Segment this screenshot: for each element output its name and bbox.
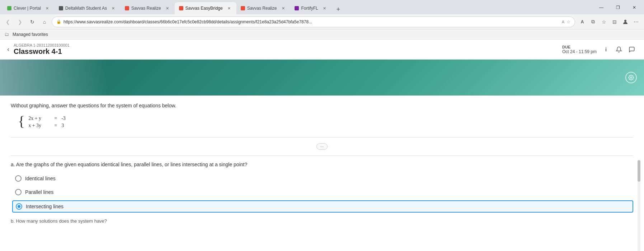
tab-close-deltamath[interactable]: ✕: [111, 5, 116, 11]
managed-favorites-bookmark[interactable]: Managed favorites: [10, 31, 50, 38]
tab-close-fortifyfl[interactable]: ✕: [322, 5, 328, 11]
tab-label-fortifyfl: FortifyFL: [301, 6, 318, 11]
class-id: ALGEBRA 1-283112003100001: [14, 43, 562, 47]
bookmark-label: Managed favorites: [13, 32, 48, 37]
tab-label-clever: Clever | Portal: [14, 6, 41, 11]
tab-bar: Clever | Portal ✕ DeltaMath Student As ✕…: [0, 0, 644, 14]
tab-icon-easybridge: [179, 6, 183, 10]
star-icon[interactable]: ☆: [567, 19, 570, 24]
part-a-question: Are the graphs of the given equations id…: [16, 162, 247, 167]
lock-icon: 🔒: [56, 19, 61, 24]
close-button[interactable]: ✕: [626, 2, 643, 13]
address-text: https://www.savvasrealize.com/dashboard/…: [64, 19, 560, 24]
option-identical-label: Identical lines: [25, 176, 56, 181]
address-bar[interactable]: 🔒 https://www.savvasrealize.com/dashboar…: [52, 17, 575, 27]
scrollbar[interactable]: [638, 160, 640, 251]
part-a-text: a. Are the graphs of the given equations…: [11, 162, 633, 167]
info-icon-button[interactable]: i: [601, 45, 611, 55]
tab-close-easybridge[interactable]: ✕: [226, 5, 232, 11]
question-intro: Without graphing, answer the questions f…: [11, 103, 633, 108]
option-identical[interactable]: Identical lines: [12, 173, 633, 184]
eq1-lhs: 2x + y: [28, 116, 50, 121]
tab-icon-fortifyfl: [295, 6, 299, 10]
tab-label-deltamath: DeltaMath Student As: [65, 6, 107, 11]
eq1-sign: =: [52, 116, 59, 121]
more-options-button[interactable]: ⋯: [631, 17, 641, 27]
browser-window: Clever | Portal ✕ DeltaMath Student As ✕…: [0, 0, 644, 251]
tab-deltamath[interactable]: DeltaMath Student As ✕: [55, 2, 121, 14]
radio-identical[interactable]: [15, 175, 22, 182]
option-intersecting[interactable]: Intersecting lines: [12, 200, 633, 213]
option-parallel[interactable]: Parallel lines: [12, 187, 633, 197]
page-content: ‹ ALGEBRA 1-283112003100001 Classwork 4-…: [0, 39, 644, 251]
tab-label-easybridge: Savvas EasyBridge: [185, 6, 223, 11]
svg-point-1: [630, 77, 632, 78]
tab-close-savvas2[interactable]: ✕: [280, 5, 286, 11]
main-content: Without graphing, answer the questions f…: [0, 96, 644, 231]
equation-box: { 2x + y = -3 x + 3y = 3: [18, 114, 633, 129]
due-section: DUE Oct 24 - 11:59 pm i: [562, 45, 637, 55]
due-date: Oct 24 - 11:59 pm: [562, 49, 597, 54]
tab-icon-deltamath: [59, 6, 63, 10]
assignment-back-button[interactable]: ‹: [7, 46, 9, 53]
equations: 2x + y = -3 x + 3y = 3: [28, 114, 72, 129]
brace-symbol: {: [18, 114, 25, 129]
part-b-label: b. How many solutions does the system ha…: [11, 218, 107, 224]
tab-icon-savvas2: [241, 6, 245, 10]
tab-clever[interactable]: Clever | Portal ✕: [3, 2, 55, 14]
tab-savvas2[interactable]: Savvas Realize ✕: [236, 2, 291, 14]
forward-button[interactable]: ❯: [15, 17, 25, 27]
tab-label-savvas1: Savvas Realize: [131, 6, 161, 11]
split-screen-button[interactable]: ⊟: [610, 17, 620, 27]
content-wrapper: Without graphing, answer the questions f…: [0, 96, 644, 251]
due-label: DUE: [562, 45, 597, 49]
tab-close-savvas1[interactable]: ✕: [165, 5, 170, 11]
add-tab-button[interactable]: +: [333, 4, 343, 14]
hero-area: [0, 60, 644, 96]
equation-row-2: x + 3y = 3: [28, 123, 72, 129]
radio-group: Identical lines Parallel lines Intersect…: [12, 173, 633, 213]
radio-intersecting[interactable]: [16, 203, 22, 210]
back-button[interactable]: ❮: [3, 17, 13, 27]
tab-close-clever[interactable]: ✕: [44, 5, 50, 11]
part-b-hint: b. How many solutions does the system ha…: [11, 218, 633, 224]
svg-point-0: [624, 20, 626, 22]
tab-savvas-easybridge[interactable]: Savvas EasyBridge ✕: [175, 2, 236, 14]
tab-fortifyfl[interactable]: FortifyFL ✕: [290, 2, 332, 14]
notification-icon-button[interactable]: [614, 45, 624, 55]
home-button[interactable]: ⌂: [39, 17, 50, 27]
action-icons: i: [601, 45, 637, 55]
favorites-button[interactable]: ☆: [599, 17, 609, 27]
reading-view-button[interactable]: A: [577, 17, 587, 27]
part-a-label: a.: [11, 162, 15, 167]
extensions-button[interactable]: ⧉: [588, 17, 598, 27]
option-intersecting-label: Intersecting lines: [26, 204, 64, 209]
assignment-title: Classwork 4-1: [14, 47, 562, 56]
eq2-rhs: 3: [61, 123, 72, 129]
hero-settings-button[interactable]: [625, 72, 637, 83]
eq2-lhs: x + 3y: [28, 123, 50, 129]
minimize-button[interactable]: —: [593, 2, 610, 13]
address-bar-row: ❮ ❯ ↻ ⌂ 🔒 https://www.savvasrealize.com/…: [0, 14, 644, 29]
equation-row-1: 2x + y = -3: [28, 116, 72, 121]
expand-btn-area: ···: [11, 143, 633, 150]
option-parallel-label: Parallel lines: [25, 189, 53, 195]
scrollbar-thumb[interactable]: [638, 160, 640, 182]
tab-savvas1[interactable]: Savvas Realize ✕: [121, 2, 175, 14]
radio-parallel[interactable]: [15, 189, 22, 195]
chat-icon-button[interactable]: [627, 45, 637, 55]
tab-icon-savvas1: [125, 6, 129, 10]
toolbar-icons: A ⧉ ☆ ⊟ ⋯: [577, 17, 641, 27]
eq2-sign: =: [52, 123, 59, 129]
expand-button[interactable]: ···: [316, 143, 328, 150]
eq1-rhs: -3: [61, 116, 72, 121]
hero-image: [0, 60, 108, 96]
restore-button[interactable]: ❐: [610, 2, 626, 13]
profile-button[interactable]: [620, 17, 630, 27]
due-info: DUE Oct 24 - 11:59 pm: [562, 45, 597, 54]
divider: [11, 137, 633, 138]
refresh-button[interactable]: ↻: [27, 17, 37, 27]
tab-icon-clever: [7, 6, 11, 10]
bookmarks-bar: 🗂 Managed favorites: [0, 29, 644, 39]
bookmarks-icon: 🗂: [4, 32, 9, 37]
